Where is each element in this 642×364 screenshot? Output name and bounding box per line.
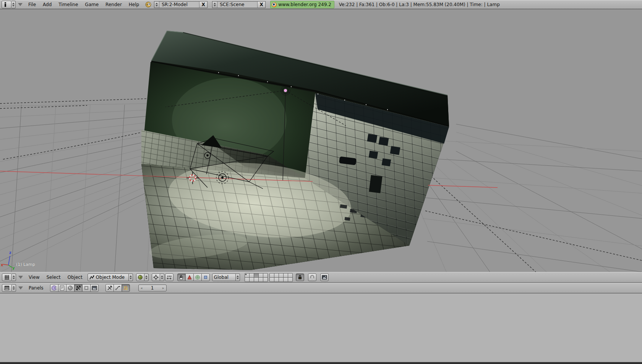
menu-object[interactable]: Object xyxy=(64,275,86,280)
buttons-window-icon xyxy=(4,285,10,291)
header-collapse-icon[interactable] xyxy=(18,276,23,279)
layer-14[interactable] xyxy=(259,278,263,281)
frame-number-field[interactable]: ◂ 1 ▸ xyxy=(138,285,167,291)
physics-curve-icon xyxy=(115,285,120,291)
lock-layers-button[interactable] xyxy=(296,273,304,281)
room-model[interactable] xyxy=(141,31,449,270)
pivot-stepper[interactable] xyxy=(160,273,164,281)
manipulator-toggle-button[interactable] xyxy=(177,273,186,281)
menu-help[interactable]: Help xyxy=(125,2,143,7)
translate-manipulator-button[interactable] xyxy=(185,273,194,281)
pivot-dropdown[interactable] xyxy=(152,273,160,281)
layer-4[interactable] xyxy=(259,273,263,277)
lamp-pink-dot xyxy=(284,89,287,92)
layer-buttons-1[interactable] xyxy=(245,273,268,282)
mode-stepper[interactable] xyxy=(129,273,133,281)
layer-12[interactable] xyxy=(250,278,254,281)
object-subcontext-button[interactable] xyxy=(105,284,114,292)
screen-selector[interactable]: SR:2-Model X xyxy=(154,1,208,8)
layer-8[interactable] xyxy=(279,273,283,277)
screen-stepper-icon[interactable] xyxy=(154,2,159,8)
rotate-manipulator-button[interactable] xyxy=(193,273,202,281)
menu-game[interactable]: Game xyxy=(81,2,102,7)
scene-close-button[interactable]: X xyxy=(257,2,265,8)
layer-16[interactable] xyxy=(270,278,274,281)
3d-viewport[interactable]: x z y (1) Lamp xyxy=(0,9,642,272)
layer-18[interactable] xyxy=(279,278,283,281)
script-icon xyxy=(60,285,65,291)
logic-icon xyxy=(52,285,57,291)
axis-x-label: x xyxy=(1,263,3,267)
script-context-button[interactable] xyxy=(58,284,66,292)
snap-button[interactable] xyxy=(308,273,316,281)
window-type-stepper[interactable] xyxy=(11,1,16,8)
layer-19[interactable] xyxy=(284,278,288,281)
menu-render[interactable]: Render xyxy=(102,2,125,7)
axis-z-label: z xyxy=(9,251,11,255)
layer-10[interactable] xyxy=(288,273,292,277)
object-mode-icon xyxy=(89,275,94,280)
orientation-stepper[interactable] xyxy=(236,273,240,281)
layer-13[interactable] xyxy=(254,278,258,281)
layer-11[interactable] xyxy=(245,278,249,281)
layer-6[interactable] xyxy=(270,273,274,277)
layer-3[interactable] xyxy=(254,273,258,277)
scene-stepper-icon[interactable] xyxy=(212,2,217,8)
layer-20[interactable] xyxy=(288,278,292,281)
window-type-button[interactable] xyxy=(2,273,12,281)
buttons-window[interactable] xyxy=(0,293,642,362)
menu-add[interactable]: Add xyxy=(39,2,55,7)
layer-7[interactable] xyxy=(274,273,279,277)
orientation-dropdown[interactable]: Global xyxy=(212,273,236,281)
scene-name[interactable]: SCE:Scene xyxy=(217,2,257,7)
3d-view-header: View Select Object Object Mode xyxy=(0,272,642,283)
header-collapse-icon[interactable] xyxy=(18,3,23,6)
menu-view[interactable]: View xyxy=(25,275,43,280)
render-image-icon xyxy=(322,275,327,280)
logic-context-button[interactable] xyxy=(50,284,58,292)
menu-file[interactable]: File xyxy=(25,2,39,7)
physics-subcontext-button[interactable] xyxy=(113,284,122,292)
window-type-stepper[interactable] xyxy=(12,273,16,281)
frame-prev-icon[interactable]: ◂ xyxy=(141,286,143,290)
layer-15[interactable] xyxy=(263,278,268,281)
window-type-button[interactable] xyxy=(2,284,12,292)
window-bottom-edge xyxy=(0,362,642,364)
draw-type-dropdown[interactable] xyxy=(136,273,144,281)
blender-orange-logo-icon xyxy=(272,2,277,7)
menu-select[interactable]: Select xyxy=(43,275,64,280)
3d-scene[interactable] xyxy=(0,9,642,272)
blender-logo-icon xyxy=(145,1,152,8)
scene-context-button[interactable] xyxy=(90,284,99,292)
screen-close-button[interactable]: X xyxy=(199,2,207,8)
header-collapse-icon[interactable] xyxy=(18,286,23,290)
layer-1[interactable] xyxy=(245,273,249,277)
screen-name[interactable]: SR:2-Model xyxy=(159,2,199,7)
window-type-stepper[interactable] xyxy=(12,284,16,292)
draw-type-stepper[interactable] xyxy=(144,273,149,281)
blender-org-link[interactable]: www.blender.org 249.2 xyxy=(270,1,334,8)
layer-17[interactable] xyxy=(274,278,279,281)
editing-context-button[interactable] xyxy=(82,284,91,292)
info-header: File Add Timeline Game Render Help SR:2-… xyxy=(0,0,642,9)
3d-view-icon xyxy=(4,275,10,280)
shading-context-button[interactable] xyxy=(66,284,75,292)
frame-next-icon[interactable]: ▸ xyxy=(162,286,164,290)
render-preview-button[interactable] xyxy=(320,273,329,281)
window-type-button[interactable] xyxy=(2,1,11,8)
layer-9[interactable] xyxy=(284,273,288,277)
layer-2[interactable] xyxy=(250,273,254,277)
scene-selector[interactable]: SCE:Scene X xyxy=(212,1,266,8)
particles-subcontext-button[interactable] xyxy=(122,284,130,292)
object-context-button[interactable] xyxy=(74,284,83,292)
scale-manipulator-button[interactable] xyxy=(201,273,210,281)
menu-panels[interactable]: Panels xyxy=(25,285,47,291)
mode-dropdown[interactable]: Object Mode xyxy=(88,273,129,281)
layer-buttons-2[interactable] xyxy=(269,273,293,282)
menu-timeline[interactable]: Timeline xyxy=(55,2,81,7)
frame-value[interactable]: 1 xyxy=(151,285,154,291)
shading-sphere-icon xyxy=(68,285,73,291)
layer-5[interactable] xyxy=(263,273,268,277)
move-centers-button[interactable] xyxy=(165,273,173,281)
axis-y-label: y xyxy=(12,266,15,270)
